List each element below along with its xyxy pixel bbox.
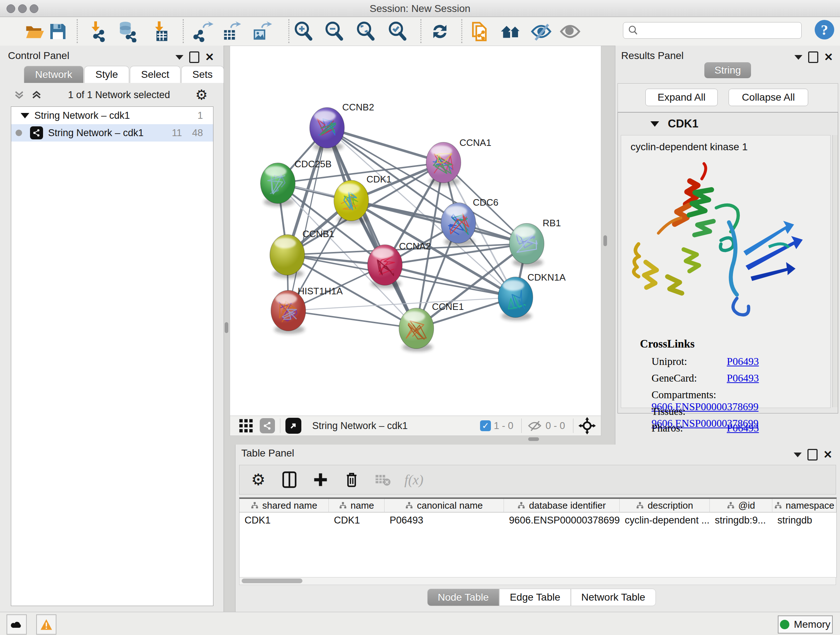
scrollbar-thumb[interactable] xyxy=(242,578,302,583)
zoom-in-icon[interactable] xyxy=(292,20,316,43)
column-header-namespace[interactable]: namespace xyxy=(772,499,836,512)
tab-node-table[interactable]: Node Table xyxy=(427,589,499,606)
network-node-CDC25B[interactable]: CDC25B xyxy=(261,158,332,206)
tab-select[interactable]: Select xyxy=(130,66,180,83)
crosslink-label: Uniprot: xyxy=(652,356,727,367)
network-edge-count: 48 xyxy=(192,127,203,139)
search-input[interactable] xyxy=(643,25,801,36)
network-share-icon[interactable] xyxy=(260,418,275,433)
column-header-shared-name[interactable]: shared name xyxy=(240,499,329,512)
collapse-all-icon[interactable] xyxy=(13,88,25,101)
zoom-fit-icon[interactable] xyxy=(355,20,378,43)
network-edge[interactable] xyxy=(327,128,416,328)
grid-view-icon[interactable] xyxy=(238,418,254,434)
results-scrollbar[interactable] xyxy=(832,135,838,407)
network-node-CCNE1[interactable]: CCNE1 xyxy=(399,301,464,352)
bottom-splitter-handle[interactable] xyxy=(528,437,539,441)
float-panel-icon[interactable] xyxy=(808,51,818,63)
network-edge[interactable] xyxy=(288,310,416,328)
tab-network-table[interactable]: Network Table xyxy=(571,589,656,606)
crosslink-row: GeneCard:P06493 xyxy=(652,372,759,384)
entry-expand-icon[interactable] xyxy=(651,121,659,127)
expand-all-button[interactable]: Expand All xyxy=(645,89,718,106)
pan-crosshair-icon[interactable] xyxy=(578,417,596,434)
memory-button[interactable]: Memory xyxy=(778,616,833,633)
table-settings-gear-icon[interactable]: ⚙ xyxy=(249,470,268,489)
float-panel-icon[interactable] xyxy=(807,449,818,461)
zoom-selected-icon[interactable] xyxy=(386,20,409,43)
expand-all-icon[interactable] xyxy=(30,88,43,101)
tab-network[interactable]: Network xyxy=(24,66,84,83)
delete-table-icon[interactable] xyxy=(373,470,392,489)
tab-string[interactable]: String xyxy=(704,62,751,78)
close-panel-icon[interactable]: ✕ xyxy=(824,52,833,63)
open-file-icon[interactable] xyxy=(23,20,46,43)
network-node-RB1[interactable]: RB1 xyxy=(509,218,561,267)
tab-style[interactable]: Style xyxy=(84,66,129,83)
export-image-icon[interactable] xyxy=(249,20,273,43)
hidden-eye-icon[interactable] xyxy=(527,418,543,433)
close-panel-icon[interactable]: ✕ xyxy=(205,52,214,63)
open-in-window-icon[interactable] xyxy=(286,418,302,434)
network-edge[interactable] xyxy=(351,201,527,244)
network-node-CCNA2[interactable]: CCNA2 xyxy=(368,241,431,288)
crosslink-link[interactable]: P06493 xyxy=(727,372,759,384)
delete-column-trash-icon[interactable] xyxy=(342,470,361,489)
network-node-CCNB2[interactable]: CCNB2 xyxy=(309,102,374,151)
network-edge[interactable] xyxy=(385,265,515,297)
show-columns-icon[interactable] xyxy=(280,470,299,489)
column-header-canonical-name[interactable]: canonical name xyxy=(385,499,504,512)
network-edge[interactable] xyxy=(327,128,444,163)
export-table-icon[interactable] xyxy=(220,20,243,43)
network-node-CCNA1[interactable]: CCNA1 xyxy=(426,137,491,186)
export-network-icon[interactable] xyxy=(191,20,214,43)
network-row[interactable]: String Network – cdk1 11 48 xyxy=(11,124,213,141)
import-network-database-icon[interactable] xyxy=(116,20,139,43)
protein-structure-image xyxy=(624,157,827,327)
column-header--id[interactable]: @id xyxy=(710,499,772,512)
tab-sets[interactable]: Sets xyxy=(181,66,224,83)
add-column-icon[interactable] xyxy=(311,470,330,489)
zoom-out-icon[interactable] xyxy=(323,20,346,43)
refresh-icon[interactable] xyxy=(428,20,452,43)
import-network-file-icon[interactable] xyxy=(85,20,109,43)
crosslink-link[interactable]: P06493 xyxy=(727,356,759,367)
network-view-canvas[interactable]: CCNB2CCNA1CDC25BCDK1CDC6RB1CCNB1CCNA2CDK… xyxy=(230,46,601,416)
node-label-CCNB2: CCNB2 xyxy=(342,102,374,112)
panel-menu-icon[interactable] xyxy=(794,453,802,457)
import-table-icon[interactable] xyxy=(148,20,171,43)
show-all-icon[interactable] xyxy=(559,20,582,43)
cloud-status-button[interactable] xyxy=(6,614,27,635)
selected-checkbox-icon[interactable]: ✓ xyxy=(480,420,491,431)
tab-edge-table[interactable]: Edge Table xyxy=(499,589,571,606)
network-node-CDKN1A[interactable]: CDKN1A xyxy=(498,272,566,320)
panel-menu-icon[interactable] xyxy=(175,55,183,60)
crosslink-link[interactable]: P06493 xyxy=(727,422,759,434)
help-icon[interactable]: ? xyxy=(815,20,834,40)
clone-network-icon[interactable] xyxy=(468,20,491,43)
column-header-name[interactable]: name xyxy=(329,499,385,512)
panel-menu-icon[interactable] xyxy=(794,55,802,60)
table-hscrollbar[interactable] xyxy=(239,577,836,585)
collection-expand-icon[interactable] xyxy=(21,113,29,119)
collapse-all-button[interactable]: Collapse All xyxy=(729,89,808,106)
table-row[interactable]: CDK1CDK1P064939606.ENSP00000378699cyclin… xyxy=(240,513,836,528)
network-edge[interactable] xyxy=(288,128,327,310)
home-icon[interactable] xyxy=(499,20,523,43)
float-panel-icon[interactable] xyxy=(189,51,199,63)
right-splitter-handle[interactable] xyxy=(603,235,607,246)
function-builder-icon[interactable]: f(x) xyxy=(404,470,423,489)
column-header-database-identifier[interactable]: database identifier xyxy=(504,499,620,512)
column-header-description[interactable]: description xyxy=(620,499,710,512)
left-splitter-handle[interactable] xyxy=(225,322,228,333)
string-network-graph[interactable]: CCNB2CCNA1CDC25BCDK1CDC6RB1CCNB1CCNA2CDK… xyxy=(230,46,600,415)
hide-selected-icon[interactable] xyxy=(530,20,553,43)
network-collection-row[interactable]: String Network – cdk1 1 xyxy=(11,107,213,124)
save-session-icon[interactable] xyxy=(46,20,69,43)
network-view-title: String Network – cdk1 xyxy=(312,420,408,432)
warning-status-button[interactable] xyxy=(36,614,57,635)
gear-icon[interactable]: ⚙ xyxy=(195,88,208,102)
entry-header[interactable]: CDK1 xyxy=(618,112,838,135)
close-panel-icon[interactable]: ✕ xyxy=(823,449,832,460)
network-state-dot xyxy=(16,130,22,136)
